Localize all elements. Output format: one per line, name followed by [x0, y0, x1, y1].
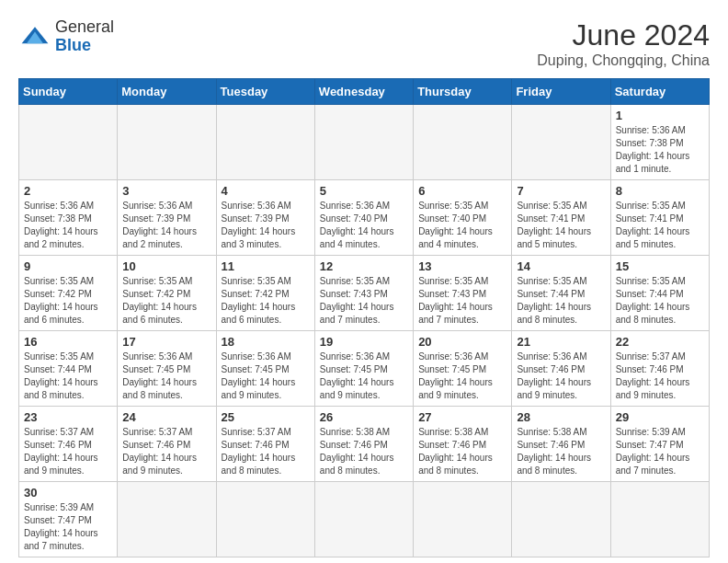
calendar-cell: 27Sunrise: 5:38 AM Sunset: 7:46 PM Dayli… — [414, 407, 512, 482]
calendar-cell — [314, 105, 413, 180]
weekday-header-tuesday: Tuesday — [216, 79, 314, 105]
day-info: Sunrise: 5:35 AM Sunset: 7:44 PM Dayligh… — [24, 350, 112, 402]
day-info: Sunrise: 5:37 AM Sunset: 7:46 PM Dayligh… — [24, 426, 112, 477]
day-number: 14 — [517, 259, 605, 273]
day-number: 25 — [222, 410, 310, 424]
day-number: 27 — [418, 410, 506, 424]
day-info: Sunrise: 5:37 AM Sunset: 7:46 PM Dayligh… — [222, 426, 310, 477]
calendar-cell: 14Sunrise: 5:35 AM Sunset: 7:44 PM Dayli… — [512, 256, 610, 331]
calendar-cell: 30Sunrise: 5:39 AM Sunset: 7:47 PM Dayli… — [19, 482, 118, 557]
calendar-cell: 22Sunrise: 5:37 AM Sunset: 7:46 PM Dayli… — [610, 331, 709, 407]
day-number: 7 — [517, 184, 605, 198]
calendar-cell — [512, 105, 610, 180]
calendar-cell: 7Sunrise: 5:35 AM Sunset: 7:41 PM Daylig… — [512, 180, 610, 256]
calendar-cell: 21Sunrise: 5:36 AM Sunset: 7:46 PM Dayli… — [512, 331, 610, 407]
calendar-cell — [118, 105, 216, 180]
day-info: Sunrise: 5:36 AM Sunset: 7:38 PM Dayligh… — [616, 124, 704, 176]
day-info: Sunrise: 5:35 AM Sunset: 7:44 PM Dayligh… — [517, 275, 605, 327]
calendar-cell: 12Sunrise: 5:35 AM Sunset: 7:43 PM Dayli… — [314, 256, 413, 331]
calendar-cell: 28Sunrise: 5:38 AM Sunset: 7:46 PM Dayli… — [512, 407, 610, 482]
logo-text: General Blue — [55, 18, 114, 55]
day-info: Sunrise: 5:35 AM Sunset: 7:42 PM Dayligh… — [24, 275, 112, 327]
day-number: 10 — [122, 259, 210, 273]
header: General Blue June 2024 Duping, Chongqing… — [18, 18, 710, 69]
day-info: Sunrise: 5:35 AM Sunset: 7:42 PM Dayligh… — [122, 275, 210, 327]
weekday-header-saturday: Saturday — [610, 79, 709, 105]
day-number: 16 — [24, 335, 112, 349]
weekday-header-thursday: Thursday — [414, 79, 512, 105]
calendar-row-0: 1Sunrise: 5:36 AM Sunset: 7:38 PM Daylig… — [19, 105, 710, 180]
calendar-cell — [610, 482, 709, 557]
calendar-cell — [512, 482, 610, 557]
day-info: Sunrise: 5:36 AM Sunset: 7:39 PM Dayligh… — [122, 200, 210, 251]
calendar-cell: 6Sunrise: 5:35 AM Sunset: 7:40 PM Daylig… — [414, 180, 512, 256]
day-info: Sunrise: 5:38 AM Sunset: 7:46 PM Dayligh… — [418, 426, 506, 477]
calendar-cell: 19Sunrise: 5:36 AM Sunset: 7:45 PM Dayli… — [314, 331, 413, 407]
day-info: Sunrise: 5:35 AM Sunset: 7:40 PM Dayligh… — [418, 200, 506, 251]
title-block: June 2024 Duping, Chongqing, China — [537, 18, 710, 69]
day-number: 28 — [517, 410, 605, 424]
day-info: Sunrise: 5:38 AM Sunset: 7:46 PM Dayligh… — [517, 426, 605, 477]
calendar-cell: 5Sunrise: 5:36 AM Sunset: 7:40 PM Daylig… — [314, 180, 413, 256]
day-info: Sunrise: 5:37 AM Sunset: 7:46 PM Dayligh… — [122, 426, 210, 477]
day-number: 24 — [122, 410, 210, 424]
day-info: Sunrise: 5:36 AM Sunset: 7:45 PM Dayligh… — [122, 350, 210, 402]
calendar-cell: 13Sunrise: 5:35 AM Sunset: 7:43 PM Dayli… — [414, 256, 512, 331]
calendar-cell: 26Sunrise: 5:38 AM Sunset: 7:46 PM Dayli… — [314, 407, 413, 482]
day-info: Sunrise: 5:36 AM Sunset: 7:45 PM Dayligh… — [418, 350, 506, 402]
day-info: Sunrise: 5:37 AM Sunset: 7:46 PM Dayligh… — [616, 350, 704, 402]
calendar-cell — [19, 105, 118, 180]
calendar-cell — [314, 482, 413, 557]
day-number: 1 — [616, 109, 704, 122]
calendar-cell: 4Sunrise: 5:36 AM Sunset: 7:39 PM Daylig… — [216, 180, 314, 256]
month-year-title: June 2024 — [537, 18, 710, 52]
day-info: Sunrise: 5:35 AM Sunset: 7:43 PM Dayligh… — [320, 275, 408, 327]
calendar-row-1: 2Sunrise: 5:36 AM Sunset: 7:38 PM Daylig… — [19, 180, 710, 256]
day-info: Sunrise: 5:36 AM Sunset: 7:46 PM Dayligh… — [517, 350, 605, 402]
calendar-cell: 18Sunrise: 5:36 AM Sunset: 7:45 PM Dayli… — [216, 331, 314, 407]
day-number: 15 — [616, 259, 704, 273]
calendar-cell — [118, 482, 216, 557]
day-info: Sunrise: 5:36 AM Sunset: 7:45 PM Dayligh… — [222, 350, 310, 402]
weekday-header-sunday: Sunday — [19, 79, 118, 105]
day-info: Sunrise: 5:35 AM Sunset: 7:44 PM Dayligh… — [616, 275, 704, 327]
day-number: 13 — [418, 259, 506, 273]
day-info: Sunrise: 5:36 AM Sunset: 7:40 PM Dayligh… — [320, 200, 408, 251]
logo-icon — [18, 20, 51, 53]
calendar-cell — [414, 482, 512, 557]
day-number: 20 — [418, 335, 506, 349]
day-number: 5 — [320, 184, 408, 198]
weekday-header-monday: Monday — [118, 79, 216, 105]
calendar-row-5: 30Sunrise: 5:39 AM Sunset: 7:47 PM Dayli… — [19, 482, 710, 557]
calendar-cell: 9Sunrise: 5:35 AM Sunset: 7:42 PM Daylig… — [19, 256, 118, 331]
calendar-cell: 10Sunrise: 5:35 AM Sunset: 7:42 PM Dayli… — [118, 256, 216, 331]
day-info: Sunrise: 5:36 AM Sunset: 7:45 PM Dayligh… — [320, 350, 408, 402]
calendar-table: SundayMondayTuesdayWednesdayThursdayFrid… — [18, 78, 710, 557]
calendar-cell: 29Sunrise: 5:39 AM Sunset: 7:47 PM Dayli… — [610, 407, 709, 482]
logo-blue: Blue — [55, 37, 114, 55]
weekday-header-wednesday: Wednesday — [314, 79, 413, 105]
logo-general: General — [55, 18, 114, 37]
day-number: 22 — [616, 335, 704, 349]
day-number: 18 — [222, 335, 310, 349]
day-number: 6 — [418, 184, 506, 198]
calendar-cell: 20Sunrise: 5:36 AM Sunset: 7:45 PM Dayli… — [414, 331, 512, 407]
day-number: 12 — [320, 259, 408, 273]
calendar-cell: 23Sunrise: 5:37 AM Sunset: 7:46 PM Dayli… — [19, 407, 118, 482]
calendar-cell: 16Sunrise: 5:35 AM Sunset: 7:44 PM Dayli… — [19, 331, 118, 407]
day-number: 9 — [24, 259, 112, 273]
day-number: 29 — [616, 410, 704, 424]
calendar-cell: 3Sunrise: 5:36 AM Sunset: 7:39 PM Daylig… — [118, 180, 216, 256]
calendar-row-2: 9Sunrise: 5:35 AM Sunset: 7:42 PM Daylig… — [19, 256, 710, 331]
calendar-cell — [414, 105, 512, 180]
calendar-cell: 2Sunrise: 5:36 AM Sunset: 7:38 PM Daylig… — [19, 180, 118, 256]
day-info: Sunrise: 5:39 AM Sunset: 7:47 PM Dayligh… — [24, 501, 112, 553]
calendar-row-4: 23Sunrise: 5:37 AM Sunset: 7:46 PM Dayli… — [19, 407, 710, 482]
day-number: 4 — [222, 184, 310, 198]
day-number: 26 — [320, 410, 408, 424]
calendar-cell: 24Sunrise: 5:37 AM Sunset: 7:46 PM Dayli… — [118, 407, 216, 482]
calendar-cell: 17Sunrise: 5:36 AM Sunset: 7:45 PM Dayli… — [118, 331, 216, 407]
day-number: 23 — [24, 410, 112, 424]
day-info: Sunrise: 5:35 AM Sunset: 7:41 PM Dayligh… — [616, 200, 704, 251]
calendar-cell: 8Sunrise: 5:35 AM Sunset: 7:41 PM Daylig… — [610, 180, 709, 256]
